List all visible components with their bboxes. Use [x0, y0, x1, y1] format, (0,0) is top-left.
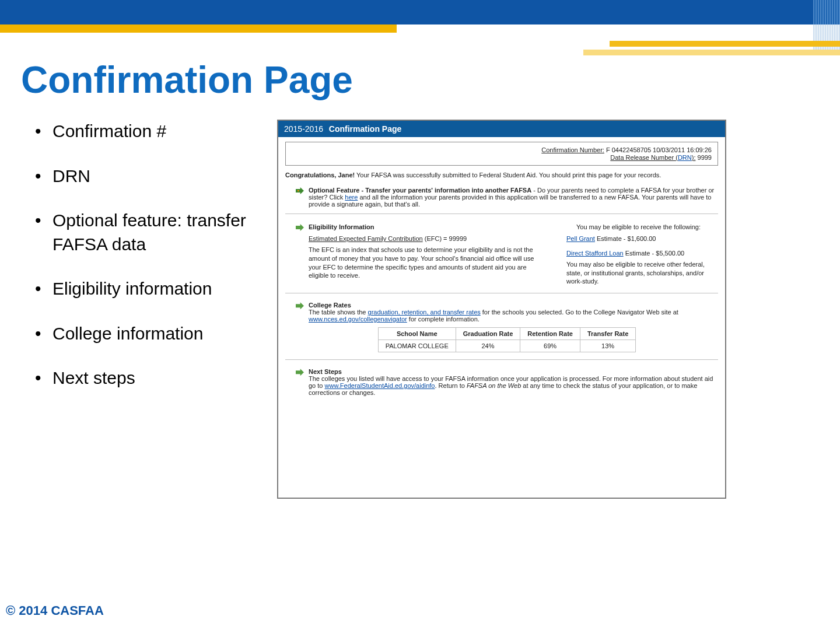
eligibility-title: Eligibility Information	[309, 223, 374, 230]
header-gold-bar-right-bottom	[583, 50, 840, 55]
drn-label-suffix: ):	[692, 154, 696, 161]
college-rates-mid: for the schools you selected. Go to the …	[481, 309, 678, 316]
arrow-icon	[296, 302, 304, 309]
arrow-icon	[296, 369, 304, 376]
confirmation-panel: 2015-2016 Confirmation Page Confirmation…	[277, 120, 726, 499]
col-school-name: School Name	[378, 328, 456, 340]
copyright-footer: © 2014 CASFAA	[6, 603, 104, 618]
college-rates-before-link: The table shows the	[309, 309, 368, 316]
stafford-loan-link[interactable]: Direct Stafford Loan	[566, 250, 624, 257]
bullet-item: Next steps	[35, 366, 274, 390]
next-steps-title: Next Steps	[309, 368, 718, 375]
college-rates-title: College Rates	[309, 302, 718, 309]
pell-grant-estimate: Estimate - $1,600.00	[595, 235, 656, 242]
optional-feature-bold: Optional Feature - Transfer your parents…	[309, 187, 531, 194]
slide-title: Confirmation Page	[21, 58, 353, 102]
other-eligibility-text: You may also be eligible to receive othe…	[566, 260, 718, 286]
bullet-list: Confirmation # DRN Optional feature: tra…	[35, 120, 274, 411]
cell-retention-rate: 69%	[520, 340, 580, 352]
cell-grad-rate: 24%	[456, 340, 520, 352]
bullet-item: DRN	[35, 164, 274, 188]
eligibility-section: Eligibility Information You may be eligi…	[285, 221, 718, 293]
table-row: PALOMAR COLLEGE 24% 69% 13%	[378, 340, 636, 352]
fafsa-on-the-web: FAFSA on the Web	[467, 382, 521, 389]
congrats-rest: Your FAFSA was successfully submitted to…	[355, 172, 661, 178]
optional-feature-block: Optional Feature - Transfer your parents…	[285, 184, 718, 214]
col-retention-rate: Retention Rate	[520, 328, 580, 340]
panel-header: 2015-2016 Confirmation Page	[278, 121, 725, 137]
congrats-bold: Congratulations, Jane!	[285, 172, 355, 178]
panel-year: 2015-2016	[284, 124, 323, 134]
pell-grant-link[interactable]: Pell Grant	[566, 235, 595, 242]
drn-label-prefix: Data Release Number (	[610, 154, 678, 161]
table-header-row: School Name Graduation Rate Retention Ra…	[378, 328, 636, 340]
college-rates-section: College Rates The table shows the gradua…	[285, 299, 718, 360]
cell-school-name: PALOMAR COLLEGE	[378, 340, 456, 352]
federal-student-aid-link[interactable]: www.FederalStudentAid.ed.gov/aidinfo	[325, 382, 435, 389]
confirmation-number-label: Confirmation Number:	[541, 146, 604, 153]
header-blue-bar	[0, 0, 840, 24]
drn-link[interactable]: DRN	[678, 154, 692, 161]
bullet-item: Eligibility information	[35, 277, 274, 301]
eligibility-left-col: Estimated Expected Family Contribution (…	[309, 235, 543, 286]
panel-body: Confirmation Number: F 04422458705 10/03…	[278, 137, 725, 408]
confirmation-number-box: Confirmation Number: F 04422458705 10/03…	[285, 142, 718, 166]
bullet-item: Confirmation #	[35, 120, 274, 144]
eligibility-right-col: Pell Grant Estimate - $1,600.00 Direct S…	[566, 235, 718, 286]
rates-types-link[interactable]: graduation, retention, and transfer rate…	[368, 309, 481, 316]
next-steps-text: The colleges you listed will have access…	[309, 375, 718, 396]
optional-feature-after-link: and all the information your parents pro…	[309, 194, 711, 208]
next-steps-section: Next Steps The colleges you listed will …	[285, 366, 718, 403]
congrats-text: Congratulations, Jane! Your FAFSA was su…	[285, 172, 718, 178]
stafford-loan-estimate: Estimate - $5,500.00	[624, 250, 685, 257]
confirmation-number-value: F 04422458705 10/03/2011 16:09:26	[606, 146, 712, 153]
col-transfer-rate: Transfer Rate	[580, 328, 635, 340]
college-rates-text: The table shows the graduation, retentio…	[309, 309, 718, 323]
efc-label: Estimated Expected Family Contribution	[309, 235, 423, 242]
arrow-icon	[296, 187, 304, 194]
drn-value: 9999	[698, 154, 712, 161]
optional-feature-here-link[interactable]: here	[345, 194, 358, 201]
col-grad-rate: Graduation Rate	[456, 328, 520, 340]
optional-feature-text: Optional Feature - Transfer your parents…	[309, 187, 718, 208]
header-gold-bar-right-top	[610, 41, 840, 47]
efc-description: The EFC is an index that schools use to …	[309, 246, 543, 280]
efc-value: (EFC) = 99999	[423, 235, 467, 242]
cell-transfer-rate: 13%	[580, 340, 635, 352]
panel-title: Confirmation Page	[329, 124, 401, 134]
bullet-item: College information	[35, 322, 274, 346]
eligibility-right-intro: You may be eligible to receive the follo…	[576, 223, 718, 230]
college-rates-after: for complete information.	[407, 316, 480, 323]
next-steps-mid: . Return to	[435, 382, 466, 389]
arrow-icon	[296, 224, 304, 231]
college-navigator-link[interactable]: www.nces.ed.gov/collegenavigator	[309, 316, 407, 323]
bullet-item: Optional feature: transfer FAFSA data	[35, 209, 274, 256]
college-rates-table: School Name Graduation Rate Retention Ra…	[378, 327, 636, 352]
header-gold-bar-left	[0, 24, 397, 33]
